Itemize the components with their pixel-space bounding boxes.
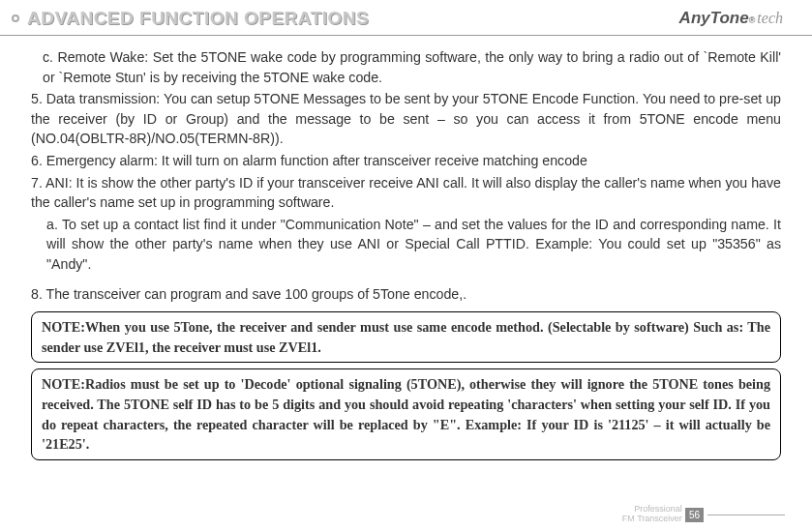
footer-rule	[707, 515, 785, 515]
note-box-2: NOTE:Radios must be set up to 'Decode' o…	[31, 368, 781, 459]
item-7a: a. To set up a contact list find it unde…	[46, 215, 781, 275]
section-title: ADVANCED FUNCTION OPERATIONS	[27, 8, 369, 29]
item-8: 8. The transceiver can program and save …	[31, 284, 781, 305]
item-6: 6. Emergency alarm: It will turn on alar…	[31, 151, 781, 171]
footer-line2: FM Transceiver	[622, 515, 682, 524]
bullet-icon	[12, 15, 19, 22]
brand-sub-text: tech	[757, 10, 783, 27]
registered-icon: ®	[749, 15, 756, 25]
content-area: c. Remote Wake: Set the 5TONE wake code …	[0, 36, 812, 474]
page-header: ADVANCED FUNCTION OPERATIONS AnyTone ® t…	[0, 0, 812, 36]
item-7: 7. ANI: It is show the other party's ID …	[31, 173, 781, 213]
header-left: ADVANCED FUNCTION OPERATIONS	[12, 8, 369, 29]
footer-label: Professional FM Transceiver	[622, 505, 682, 524]
note-box-1: NOTE:When you use 5Tone, the receiver an…	[31, 311, 781, 363]
page-footer: Professional FM Transceiver 56	[622, 505, 785, 524]
item-c: c. Remote Wake: Set the 5TONE wake code …	[43, 47, 781, 87]
item-5: 5. Data transmission: You can setup 5TON…	[31, 89, 781, 149]
page-number: 56	[685, 508, 704, 522]
brand-logo: AnyTone ® tech	[679, 9, 783, 28]
brand-main-text: AnyTone	[679, 9, 749, 28]
